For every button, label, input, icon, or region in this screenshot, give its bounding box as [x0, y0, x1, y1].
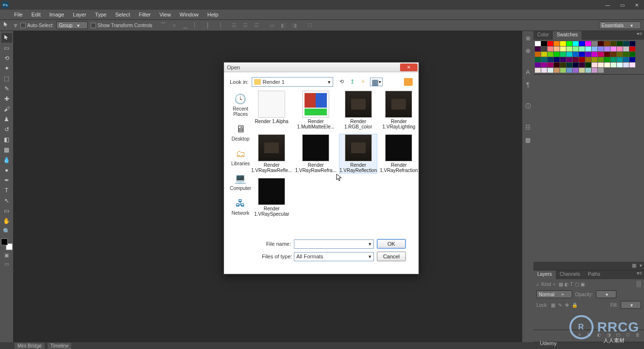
file-item[interactable]: Render 1.VRayRefraction — [380, 134, 418, 173]
swatch[interactable] — [611, 41, 616, 46]
swatch[interactable] — [541, 41, 547, 46]
swatch[interactable] — [598, 41, 604, 46]
align-vcenter-icon[interactable]: ≡ — [169, 20, 179, 30]
swatch[interactable] — [554, 52, 560, 57]
stamp-tool[interactable]: ♟ — [1, 114, 12, 124]
history-icon[interactable]: ≣ — [524, 34, 532, 43]
swatch[interactable] — [629, 47, 635, 51]
info-icon[interactable]: ⓘ — [524, 102, 532, 111]
file-item[interactable]: Render 1.VRaySpecular — [251, 178, 292, 217]
swatch[interactable] — [592, 47, 597, 51]
menu-edit[interactable]: Edit — [27, 11, 45, 18]
actions-icon[interactable]: ▦ — [524, 136, 532, 144]
swatch[interactable] — [623, 52, 629, 57]
swatch[interactable] — [560, 57, 566, 62]
file-item[interactable]: Render 1.VRayReflection — [339, 134, 377, 173]
crop-tool[interactable]: ⬚ — [1, 74, 12, 83]
3d-mode-icon[interactable]: ☐ — [305, 20, 315, 30]
dialog-titlebar[interactable]: Open ✕ — [224, 63, 419, 72]
swatch[interactable] — [573, 68, 579, 73]
adjustments-icon[interactable]: ⊕ — [524, 47, 532, 55]
align-left-icon[interactable]: ▏ — [192, 20, 201, 30]
swatch[interactable] — [554, 41, 560, 46]
paragraph-icon[interactable]: ¶ — [524, 80, 532, 89]
swatch[interactable] — [579, 68, 585, 73]
swatch[interactable] — [604, 52, 610, 57]
swatch[interactable] — [604, 41, 610, 46]
menu-type[interactable]: Type — [91, 11, 111, 18]
gradient-tool[interactable]: ▦ — [1, 145, 12, 155]
menu-help[interactable]: Help — [203, 11, 223, 18]
file-browser[interactable]: Render 1.AlphaRender 1.MultiMatteEle...R… — [251, 91, 419, 236]
swatch[interactable] — [566, 68, 572, 73]
workspace-dropdown[interactable]: Essentials ▾ — [599, 21, 641, 29]
swatch[interactable] — [611, 63, 616, 67]
window-restore-button[interactable]: ▭ — [615, 0, 629, 10]
swatch[interactable] — [573, 63, 579, 67]
window-minimize-button[interactable]: — — [600, 0, 615, 10]
align-hcenter-icon[interactable]: ┃ — [203, 20, 212, 30]
distribute-top-icon[interactable]: ☰ — [229, 20, 239, 30]
screen-mode-icon[interactable]: ▭ — [2, 261, 12, 269]
lock-paint-icon[interactable]: ✎ — [558, 302, 562, 308]
swatch[interactable] — [541, 52, 547, 57]
fill-input[interactable]: ▾ — [621, 301, 641, 309]
menu-image[interactable]: Image — [45, 11, 69, 18]
swatch[interactable] — [573, 52, 579, 57]
swatch[interactable] — [617, 41, 623, 46]
swatch[interactable] — [554, 63, 560, 67]
type-tool[interactable]: T — [1, 186, 12, 195]
swatch[interactable] — [560, 52, 566, 57]
swatch[interactable] — [547, 68, 553, 73]
swatch[interactable] — [547, 52, 553, 57]
file-item[interactable]: Render 1.VRayLighting — [380, 91, 418, 129]
move-tool[interactable] — [1, 33, 12, 43]
arrange-right-icon[interactable]: ◨ — [290, 20, 299, 30]
swatch[interactable] — [535, 47, 541, 51]
file-item[interactable]: Render 1.RGB_color — [339, 91, 377, 129]
channels-tab[interactable]: Channels — [556, 270, 584, 279]
blend-mode-dropdown[interactable]: Normal÷ — [536, 290, 572, 298]
swatch[interactable] — [598, 47, 604, 51]
swatch[interactable] — [579, 52, 585, 57]
lookin-dropdown[interactable]: Render 1 ▾ — [252, 77, 333, 87]
file-item[interactable]: Render 1.VRayRawRefle... — [251, 134, 292, 173]
pen-tool[interactable]: ✒ — [1, 175, 12, 185]
swatch[interactable] — [541, 63, 547, 67]
swatch[interactable] — [604, 57, 610, 62]
filter-pixel-icon[interactable]: ▦ — [559, 282, 563, 287]
shape-tool[interactable]: ▭ — [1, 206, 12, 216]
opacity-input[interactable]: ▾ — [596, 290, 616, 298]
menu-view[interactable]: View — [155, 11, 176, 18]
arrange-left-icon[interactable]: ◧ — [278, 20, 288, 30]
swatch[interactable] — [629, 52, 635, 57]
swatch[interactable] — [604, 47, 610, 51]
lasso-tool[interactable]: ⟲ — [1, 53, 12, 63]
swatch[interactable] — [611, 47, 616, 51]
swatch[interactable] — [592, 68, 597, 73]
swatch[interactable] — [629, 57, 635, 62]
distribute-vcenter-icon[interactable]: ☰ — [241, 20, 250, 30]
swatch[interactable] — [547, 47, 553, 51]
menu-select[interactable]: Select — [111, 11, 135, 18]
wand-tool[interactable]: ✦ — [1, 63, 12, 73]
filter-shape-icon[interactable]: ▢ — [575, 282, 579, 287]
swatch[interactable] — [566, 41, 572, 46]
swatch[interactable] — [617, 57, 623, 62]
swatch[interactable] — [598, 57, 604, 62]
swatch[interactable] — [629, 41, 635, 46]
foreground-background-colors[interactable] — [1, 238, 13, 250]
swatch[interactable] — [604, 63, 610, 67]
healing-tool[interactable]: ✚ — [1, 94, 12, 104]
swatch[interactable] — [560, 47, 566, 51]
swatch[interactable] — [541, 47, 547, 51]
swatch[interactable] — [592, 41, 597, 46]
swatch[interactable] — [585, 47, 591, 51]
character-icon[interactable]: A — [524, 68, 532, 77]
swatch[interactable] — [598, 63, 604, 67]
adobe-dialog-icon[interactable] — [404, 78, 413, 86]
lock-position-icon[interactable]: ✥ — [565, 302, 569, 308]
swatch[interactable] — [592, 57, 597, 62]
panel-collapse-icon[interactable]: ▾ — [637, 262, 644, 269]
swatch[interactable] — [592, 63, 597, 67]
